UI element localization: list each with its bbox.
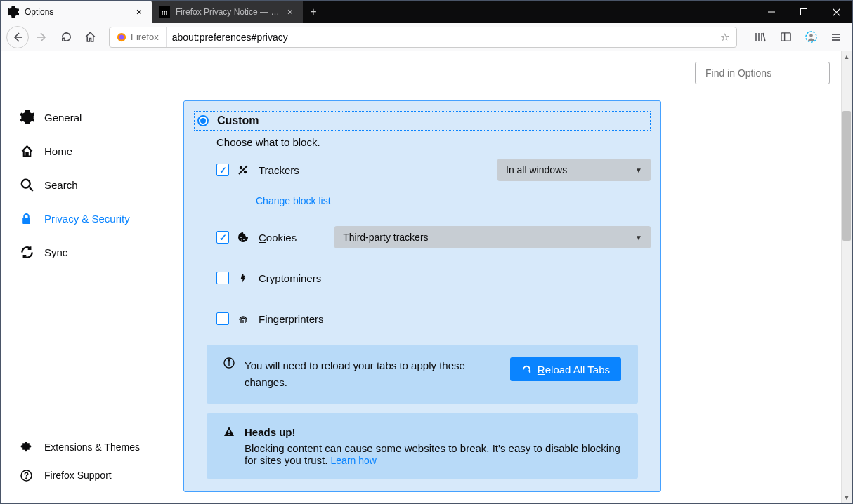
bookmark-star-icon[interactable]: ☆	[713, 31, 736, 44]
scroll-up-button[interactable]: ▲	[841, 51, 852, 62]
mozilla-icon: m	[159, 6, 170, 18]
sidebar-item-privacy[interactable]: Privacy & Security	[20, 201, 176, 235]
help-icon	[20, 470, 34, 482]
fingerprinters-row: Fingerprinters	[216, 305, 651, 332]
new-tab-button[interactable]: +	[303, 1, 324, 23]
sync-icon	[20, 246, 34, 259]
trackers-checkbox[interactable]	[216, 164, 229, 176]
reload-all-tabs-button[interactable]: Reload All Tabs	[510, 357, 621, 381]
firefox-logo-icon	[117, 32, 126, 42]
warn-title: Heads up!	[245, 426, 621, 438]
sidebar-item-general[interactable]: General	[20, 100, 176, 134]
cryptominers-row: Cryptominers	[216, 265, 651, 291]
svg-rect-23	[22, 218, 30, 224]
svg-point-31	[241, 239, 242, 240]
options-page: General Home Search	[1, 51, 852, 503]
svg-rect-12	[781, 33, 790, 41]
custom-blocking-panel: Custom Choose what to block. Trackers	[183, 100, 661, 492]
home-button[interactable]	[79, 27, 100, 48]
minimize-button[interactable]	[755, 1, 788, 23]
cookies-row: Cookies Third-party trackers ▼	[216, 224, 651, 251]
cookie-icon	[237, 232, 250, 243]
sidebar-item-label: Home	[44, 145, 72, 157]
fingerprint-icon	[237, 313, 250, 324]
svg-line-22	[30, 187, 33, 191]
main-panel: Custom Choose what to block. Trackers	[183, 100, 661, 503]
sidebar-button[interactable]	[775, 27, 796, 48]
tab-close-icon[interactable]: ×	[134, 6, 145, 18]
custom-radio-row[interactable]: Custom	[194, 111, 651, 131]
trackers-row: Trackers In all windows ▼	[216, 157, 651, 183]
svg-point-30	[243, 239, 245, 240]
sidebar-item-search[interactable]: Search	[20, 168, 176, 201]
sidebar-extensions[interactable]: Extensions & Themes	[20, 433, 176, 461]
svg-point-25	[26, 478, 27, 479]
lock-icon	[20, 213, 34, 225]
tab-close-icon[interactable]: ×	[285, 6, 296, 18]
sidebar-item-label: Firefox Support	[44, 470, 112, 481]
fingerprinters-checkbox[interactable]	[216, 312, 229, 325]
svg-rect-35	[228, 430, 230, 433]
sidebar-item-label: Privacy & Security	[44, 213, 130, 225]
search-input[interactable]	[705, 67, 828, 79]
tab-privacy-notice[interactable]: m Firefox Privacy Notice — Mozil ×	[152, 1, 303, 23]
learn-how-link[interactable]: Learn how	[331, 455, 377, 466]
search-icon	[20, 178, 34, 192]
sidebar-support[interactable]: Firefox Support	[20, 461, 176, 489]
cryptominers-label: Cryptominers	[259, 272, 321, 284]
scroll-down-button[interactable]: ▼	[841, 492, 852, 503]
svg-rect-1	[801, 9, 807, 15]
reload-button[interactable]	[56, 27, 77, 48]
custom-radio[interactable]	[197, 115, 209, 126]
home-icon	[20, 145, 34, 158]
svg-point-26	[240, 166, 242, 169]
tab-label: Options	[25, 7, 53, 17]
sidebar-item-label: Extensions & Themes	[44, 442, 140, 453]
tab-label: Firefox Privacy Notice — Mozil	[176, 7, 281, 17]
fingerprinters-label: Fingerprinters	[259, 313, 324, 325]
back-button[interactable]	[6, 26, 29, 48]
heads-up-box: Heads up! Blocking content can cause som…	[207, 413, 638, 479]
sidebar: General Home Search	[1, 100, 176, 503]
titlebar: Options × m Firefox Privacy Notice — Moz…	[1, 1, 852, 23]
svg-point-34	[228, 360, 229, 361]
warn-msg: Heads up! Blocking content can cause som…	[245, 426, 621, 466]
gear-icon	[20, 110, 34, 124]
account-button[interactable]	[800, 27, 821, 48]
sidebar-item-sync[interactable]: Sync	[20, 235, 176, 269]
gear-icon	[8, 6, 19, 18]
sidebar-item-home[interactable]: Home	[20, 134, 176, 168]
menu-button[interactable]	[826, 27, 847, 48]
cookies-checkbox[interactable]	[216, 231, 229, 244]
chevron-down-icon: ▼	[635, 166, 642, 174]
firefox-window: Options × m Firefox Privacy Notice — Moz…	[0, 0, 853, 504]
reload-info-box: You will need to reload your tabs to app…	[207, 345, 638, 404]
info-msg: You will need to reload your tabs to app…	[245, 357, 500, 391]
chevron-down-icon: ▼	[635, 234, 642, 241]
maximize-button[interactable]	[788, 1, 820, 23]
close-button[interactable]	[820, 1, 852, 23]
toolbar: Firefox about:preferences#privacy ☆	[1, 23, 852, 51]
custom-desc: Choose what to block.	[216, 136, 651, 148]
vertical-scrollbar[interactable]: ▲ ▼	[841, 51, 852, 503]
scroll-thumb[interactable]	[842, 111, 851, 241]
library-button[interactable]	[750, 27, 771, 48]
window-controls	[755, 1, 852, 23]
warning-icon	[223, 426, 235, 437]
cookies-label: Cookies	[259, 232, 297, 244]
find-in-options[interactable]	[695, 62, 830, 84]
tab-options[interactable]: Options ×	[1, 1, 152, 23]
cryptominers-checkbox[interactable]	[216, 272, 229, 284]
change-block-list-link[interactable]: Change block list	[256, 195, 331, 206]
forward-button[interactable]	[32, 27, 53, 48]
identity-box[interactable]: Firefox	[110, 27, 167, 47]
content: General Home Search	[1, 51, 852, 503]
custom-radio-label: Custom	[217, 114, 259, 127]
url-text[interactable]: about:preferences#privacy	[167, 32, 713, 43]
trackers-dropdown[interactable]: In all windows ▼	[497, 159, 651, 181]
url-bar[interactable]: Firefox about:preferences#privacy ☆	[109, 27, 737, 48]
sidebar-item-label: Search	[44, 179, 78, 191]
cookies-dropdown[interactable]: Third-party trackers ▼	[334, 226, 651, 248]
info-icon	[223, 357, 235, 369]
svg-line-11	[763, 33, 765, 41]
